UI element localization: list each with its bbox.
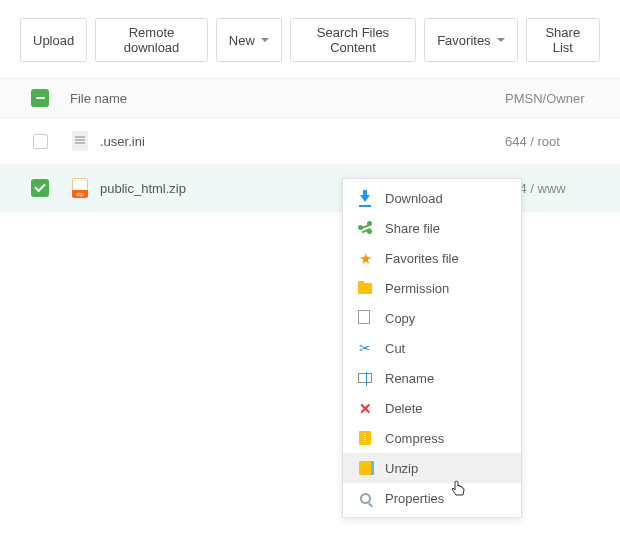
- row-checkbox[interactable]: [31, 179, 49, 197]
- menu-unzip[interactable]: Unzip: [343, 453, 521, 483]
- menu-favorites[interactable]: ★ Favorites file: [343, 243, 521, 273]
- new-button[interactable]: New: [216, 18, 282, 62]
- menu-copy[interactable]: Copy: [343, 303, 521, 333]
- column-permission[interactable]: PMSN/Owner: [505, 91, 584, 106]
- toolbar: Upload Remote download New Search Files …: [0, 0, 620, 78]
- rename-icon: [357, 370, 373, 386]
- download-icon: [357, 190, 373, 206]
- menu-rename[interactable]: Rename: [343, 363, 521, 393]
- unzip-icon: [357, 460, 373, 476]
- menu-properties[interactable]: Properties: [343, 483, 521, 513]
- remote-download-button[interactable]: Remote download: [95, 18, 208, 62]
- menu-label: Unzip: [385, 461, 418, 476]
- menu-label: Compress: [385, 431, 444, 446]
- menu-label: Download: [385, 191, 443, 206]
- upload-button[interactable]: Upload: [20, 18, 87, 62]
- context-menu: Download Share file ★ Favorites file Per…: [342, 178, 522, 518]
- star-icon: ★: [357, 250, 373, 266]
- search-files-button[interactable]: Search Files Content: [290, 18, 416, 62]
- file-name[interactable]: .user.ini: [100, 134, 145, 149]
- menu-label: Rename: [385, 371, 434, 386]
- menu-label: Delete: [385, 401, 423, 416]
- table-header: File name PMSN/Owner: [0, 78, 620, 118]
- new-label: New: [229, 33, 255, 48]
- compress-icon: [357, 430, 373, 446]
- column-filename[interactable]: File name: [70, 91, 127, 106]
- properties-icon: [357, 490, 373, 506]
- folder-icon: [357, 280, 373, 296]
- table-row[interactable]: public_html.zip 644 / www: [0, 165, 620, 212]
- row-checkbox[interactable]: [33, 134, 48, 149]
- share-icon: [357, 220, 373, 236]
- zip-file-icon: [70, 177, 90, 199]
- menu-share[interactable]: Share file: [343, 213, 521, 243]
- copy-icon: [357, 310, 373, 326]
- table-row[interactable]: .user.ini 644 / root: [0, 118, 620, 165]
- chevron-down-icon: [261, 38, 269, 42]
- menu-permission[interactable]: Permission: [343, 273, 521, 303]
- favorites-label: Favorites: [437, 33, 490, 48]
- cut-icon: ✂: [357, 340, 373, 356]
- menu-delete[interactable]: ✕ Delete: [343, 393, 521, 423]
- menu-cut[interactable]: ✂ Cut: [343, 333, 521, 363]
- chevron-down-icon: [497, 38, 505, 42]
- menu-download[interactable]: Download: [343, 183, 521, 213]
- file-name[interactable]: public_html.zip: [100, 181, 186, 196]
- menu-label: Cut: [385, 341, 405, 356]
- delete-icon: ✕: [357, 400, 373, 416]
- menu-label: Copy: [385, 311, 415, 326]
- file-permission: 644 / root: [505, 134, 560, 149]
- menu-compress[interactable]: Compress: [343, 423, 521, 453]
- menu-label: Permission: [385, 281, 449, 296]
- select-all-checkbox[interactable]: [31, 89, 49, 107]
- menu-label: Properties: [385, 491, 444, 506]
- menu-label: Share file: [385, 221, 440, 236]
- file-icon: [70, 130, 90, 152]
- share-list-button[interactable]: Share List: [526, 18, 600, 62]
- menu-label: Favorites file: [385, 251, 459, 266]
- favorites-button[interactable]: Favorites: [424, 18, 517, 62]
